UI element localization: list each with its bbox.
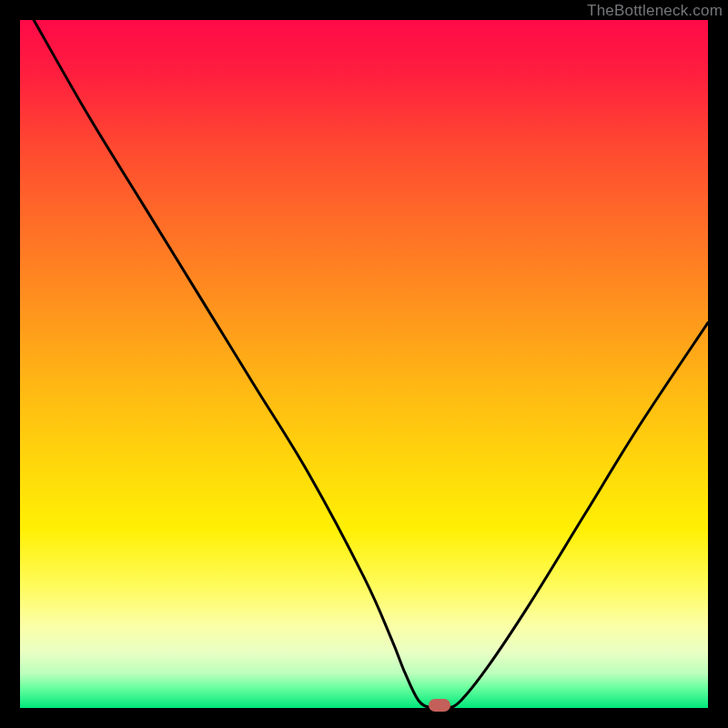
curve-svg xyxy=(20,20,708,708)
watermark-text: TheBottleneck.com xyxy=(587,2,723,20)
chart-frame: TheBottleneck.com xyxy=(0,0,728,728)
bottleneck-curve xyxy=(34,20,708,708)
plot-area xyxy=(20,20,708,708)
optimal-point-marker xyxy=(429,699,450,712)
